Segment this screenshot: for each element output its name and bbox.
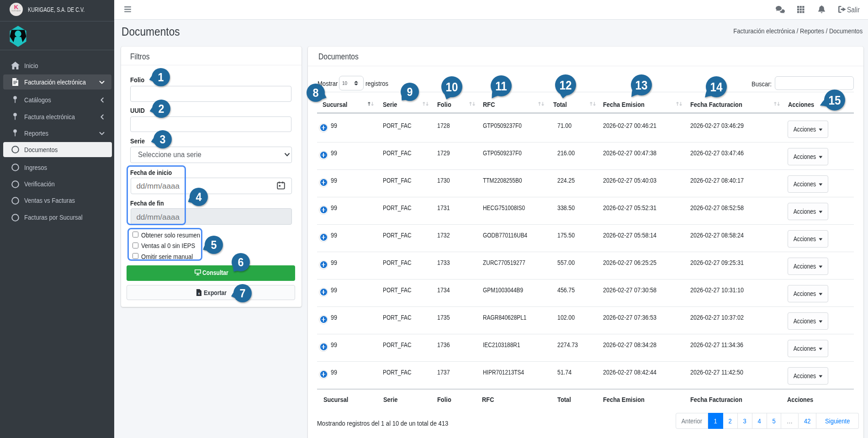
svg-text:3: 3: [159, 133, 165, 146]
svg-text:5: 5: [211, 238, 217, 251]
svg-text:7: 7: [239, 287, 245, 300]
svg-text:1: 1: [158, 71, 164, 84]
svg-text:8: 8: [312, 86, 318, 99]
svg-text:9: 9: [407, 85, 413, 98]
svg-text:12: 12: [559, 78, 572, 91]
svg-text:13: 13: [635, 78, 647, 91]
svg-text:11: 11: [495, 79, 507, 92]
svg-text:15: 15: [828, 93, 841, 106]
svg-text:6: 6: [238, 256, 243, 269]
svg-text:10: 10: [445, 80, 458, 93]
svg-text:14: 14: [710, 80, 723, 93]
svg-text:2: 2: [158, 102, 164, 115]
svg-text:4: 4: [196, 190, 201, 203]
